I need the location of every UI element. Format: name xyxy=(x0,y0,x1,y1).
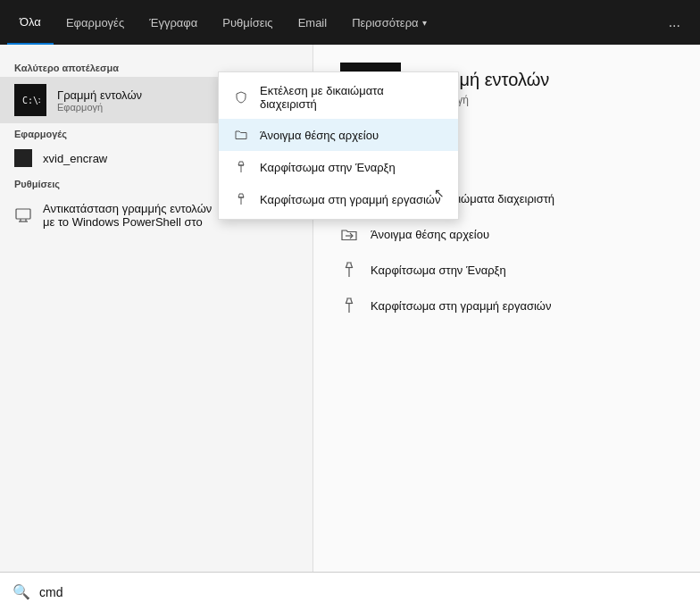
main-content: Καλύτερο αποτέλεσμα C:\> Γραμμή εντολών … xyxy=(0,45,700,572)
nav-more-button[interactable]: ... xyxy=(656,0,693,45)
search-icon: 🔍 xyxy=(12,583,30,600)
svg-text:C:\>: C:\> xyxy=(22,96,40,105)
chevron-down-icon: ▾ xyxy=(422,18,427,28)
action-pin-taskbar[interactable]: Καρφίτσωμα στη γραμμή εργασιών xyxy=(340,288,673,323)
best-result-title: Γραμμή εντολών xyxy=(57,88,142,102)
settings-item-text: Αντικατάσταση γραμμής εντολών με το Wind… xyxy=(43,202,212,229)
shield-icon xyxy=(233,89,249,105)
nav-bar: Όλα Εφαρμογές Έγγραφα Ρυθμίσεις Email Πε… xyxy=(0,0,700,45)
search-bar: 🔍 cmd xyxy=(0,572,700,611)
nav-item-all[interactable]: Όλα xyxy=(7,0,54,45)
context-menu: Εκτέλεση με δικαιώματα διαχειριστή Άνοιγ… xyxy=(218,71,459,220)
action-open-location[interactable]: Άνοιγμα θέσης αρχείου xyxy=(340,216,673,252)
folder-open-icon xyxy=(233,127,249,143)
ctx-pin-taskbar[interactable]: Καρφίτσωμα στη γραμμή εργασιών xyxy=(219,183,458,215)
action-pin-start[interactable]: Καρφίτσωμα στην Έναρξη xyxy=(340,252,673,288)
pin-taskbar-icon xyxy=(233,191,249,207)
ctx-open-location[interactable]: Άνοιγμα θέσης αρχείου xyxy=(219,119,458,151)
pin-start-icon xyxy=(340,261,358,279)
folder-location-icon xyxy=(340,225,358,243)
xvid-icon xyxy=(14,149,32,167)
nav-item-docs[interactable]: Έγγραφα xyxy=(137,0,210,45)
search-input-value[interactable]: cmd xyxy=(39,585,62,599)
left-panel: Καλύτερο αποτέλεσμα C:\> Γραμμή εντολών … xyxy=(0,45,312,572)
pin-taskbar-action-icon xyxy=(340,297,358,314)
ctx-pin-start[interactable]: Καρφίτσωμα στην Έναρξη xyxy=(219,151,458,183)
nav-item-apps[interactable]: Εφαρμογές xyxy=(54,0,137,45)
cmd-icon: C:\> xyxy=(14,84,46,116)
nav-item-settings[interactable]: Ρυθμίσεις xyxy=(210,0,285,45)
nav-item-more[interactable]: Περισσότερα ▾ xyxy=(339,0,438,45)
nav-item-email[interactable]: Email xyxy=(286,0,340,45)
best-result-subtitle: Εφαρμογή xyxy=(57,102,142,113)
svg-rect-6 xyxy=(16,209,30,219)
monitor-icon xyxy=(14,206,32,224)
app-label-xvid: xvid_encraw xyxy=(43,152,107,165)
pin-icon xyxy=(233,159,249,175)
ctx-run-admin[interactable]: Εκτέλεση με δικαιώματα διαχειριστή xyxy=(219,76,458,119)
